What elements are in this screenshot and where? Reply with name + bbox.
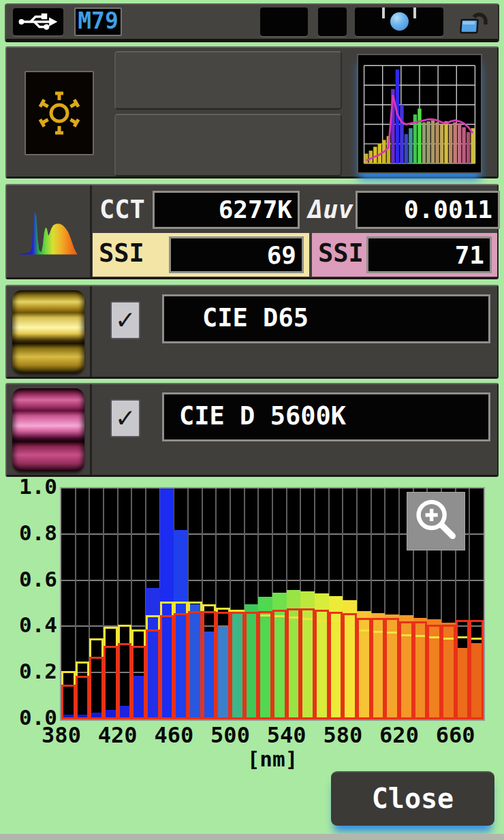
ssi-d5600-block[interactable]: SSI 71 [312,233,497,277]
unlocked-padlock-icon [459,6,489,37]
d5600-outline-bar [357,618,371,719]
d5600-outline-bar [131,646,146,719]
y-tick-label: 0.8 [19,520,57,544]
d5600-outline-bar [76,676,90,719]
d5600-outline-bar [272,610,287,719]
d5600-outline-bar [441,625,456,719]
zoom-chart-button[interactable] [407,492,465,550]
usb-icon [16,10,60,33]
preset-memo-field[interactable] [114,114,342,176]
d5600-outline-bar [202,611,217,719]
ssi-d65-label: SSI [99,238,144,268]
d5600-outline-bar [343,613,357,719]
sun-icon [35,89,84,138]
x-tick-label: 500 [210,722,250,748]
d5600-outline-bar [329,612,343,719]
y-tick-label: 0.2 [19,659,57,683]
close-button[interactable]: Close [331,771,494,826]
d5600-outline-bar [146,629,160,719]
d5600-outline-bar [385,618,399,719]
d5600-outline-bar [469,620,484,719]
d5600-outline-bar [118,643,132,719]
spectrum-thumbnail-button[interactable] [357,54,482,174]
x-tick-label: 580 [323,722,362,748]
slider-notch [413,7,416,18]
reference-d5600-checkbox[interactable]: ✓ [110,399,140,437]
y-tick-label: 0.4 [19,612,57,637]
d5600-outline-bar [371,618,385,719]
x-tick-label: 660 [436,722,475,748]
y-axis: 1.00.80.60.40.20.0 [10,487,57,718]
brightness-slider[interactable] [355,7,443,36]
d5600-outline-bar [216,612,230,719]
cct-label: CCT [99,195,145,224]
memory-slot-badge[interactable]: M79 [74,7,122,36]
d5600-outline-bar [258,611,272,719]
cct-value-box: 6277K [153,191,300,229]
x-tick-label: 380 [42,722,81,748]
slider-knob-icon[interactable] [390,12,409,31]
reference-row-d5600: ✓ CIE D 5600K [5,383,499,477]
reference-d5600-field[interactable]: CIE D 5600K [162,392,490,441]
screen-edge [0,834,504,840]
d5600-outline-bar [230,612,245,719]
spectrum-mode-cell[interactable] [7,185,92,277]
measurement-panel: CCT 6277K Δuv 0.0011 SSI 69 SSI 71 [5,184,499,279]
d5600-outline-bar [427,625,441,719]
d5600-outline-bar [104,646,118,719]
d5600-outline-bar [245,612,259,719]
topbar-button-1[interactable] [260,7,308,36]
duv-value-box: 0.0011 [356,191,500,229]
usb-status-button[interactable] [13,8,63,35]
lock-button[interactable] [458,5,490,38]
mini-spectrum-svg [358,55,481,172]
d5600-outline-bar [456,620,470,719]
reference-roller-cell [7,384,92,475]
topbar-button-2[interactable] [318,7,347,36]
x-tick-label: 540 [267,722,306,748]
d5600-outline-bar [174,613,188,719]
gold-roller-icon[interactable] [12,290,84,373]
x-tick-label: 420 [98,722,138,748]
ssi-d65-value-box: 69 [169,236,304,273]
reference-roller-cell [7,286,92,377]
d5600-outline-bar [160,615,174,719]
d5600-outline-bar [89,657,104,719]
x-axis-unit-label: [nm] [60,747,485,771]
d5600-outline-bar [315,610,329,719]
ssi-d5600-label: SSI [318,238,364,268]
light-source-button[interactable] [25,71,94,155]
reference-d65-checkbox[interactable]: ✓ [110,301,140,339]
magnifier-plus-icon [409,495,462,548]
d5600-outline-bar [188,611,202,719]
d5600-outline-bar [287,608,301,719]
spectrum-icon [16,202,81,261]
preset-name-field[interactable] [114,51,342,110]
slider-notch [382,7,385,18]
y-tick-label: 0.6 [19,566,57,591]
d5600-outline-bar [399,621,413,719]
y-tick-label: 1.0 [19,474,57,499]
x-tick-label: 620 [379,722,419,748]
x-axis: 380420460500540580620660 [61,722,484,749]
x-tick-label: 460 [154,722,193,748]
d5600-outline-bar [61,685,76,719]
d5600-outline-bar [300,608,315,719]
ssi-d65-block[interactable]: SSI 69 [93,233,309,277]
magenta-roller-icon[interactable] [12,388,84,471]
reference-row-d65: ✓ CIE D65 [5,285,499,379]
reference-d65-field[interactable]: CIE D65 [162,294,490,343]
source-panel [5,46,499,178]
duv-label: Δuv [308,195,353,224]
d5600-outline-bar [413,621,428,719]
ssi-d5600-value-box: 71 [366,236,492,273]
status-bar: M79 [5,3,499,42]
